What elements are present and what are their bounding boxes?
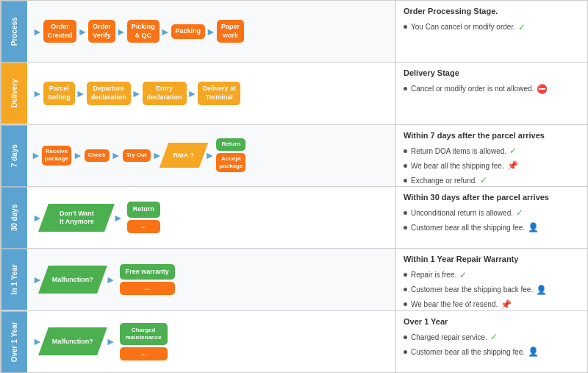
row-over1year: Over 1 Year ► Malfunction? ► Chargedmain… <box>1 311 587 372</box>
info-text-1yr3: We bear the fee of resend. <box>411 299 498 310</box>
flow-process: OrderCreated ► OrderVerify ► Picking& QC… <box>43 20 391 43</box>
row-process: Process ► OrderCreated ► OrderVerify ► P… <box>1 1 587 63</box>
info-7d-1: Return DOA items is allowed. ✓ <box>404 144 580 157</box>
diamond-malfunction-over: Malfunction? <box>38 327 107 355</box>
entry-arrow-3: ► <box>31 149 41 161</box>
info-item-d1: Cancel or modify order is not allowed. ⛔ <box>404 82 580 96</box>
arrow-4: ► <box>206 26 216 38</box>
info-1yr-3: We bear the fee of resend. 📌 <box>404 298 580 311</box>
box-ellipsis-30: ... <box>127 220 160 233</box>
info-30d-1: Unconditional return is allowed. ✓ <box>404 206 580 219</box>
row-7days: 7 days ► Receivepackage ► Check ► Try Ou… <box>1 125 587 187</box>
box-ellipsis-over: ... <box>120 347 168 360</box>
info-30d-2: Customer bear all the shipping fee. 👤 <box>404 221 580 234</box>
dont-want-label: Don't WantIt Anymore <box>59 210 93 226</box>
box-return-7: Return <box>216 138 245 150</box>
box-order-created: OrderCreated <box>43 20 77 43</box>
arrow-1yr-a: ► <box>106 274 116 285</box>
label-over1year: Over 1 Year <box>1 311 27 372</box>
arrow-1: ► <box>77 26 87 38</box>
rma-diamond: RMA ? <box>159 143 207 168</box>
diamond-dont-want: Don't WantIt Anymore <box>38 204 115 232</box>
box-entry-declaration: Entrydeclaration <box>143 82 187 104</box>
box-parcel-softing: ParcelSofting <box>43 82 75 104</box>
arrow-d3: ► <box>187 88 198 99</box>
branch-7days: Return Acceptpackage <box>216 138 245 172</box>
box-order-verify: OrderVerify <box>88 20 115 43</box>
arrow-d1: ► <box>76 88 86 99</box>
flow-delivery: ParcelSofting ► Departuredeclaration ► E… <box>43 82 391 104</box>
dot-1yr1 <box>404 273 407 277</box>
check-icon-7d3: ✓ <box>480 174 487 187</box>
dot-7d1 <box>404 149 407 153</box>
label-delivery: Delivery <box>1 63 27 124</box>
flow-1year: Malfunction? ► Free warranty ... <box>43 264 391 295</box>
dot-30d2 <box>404 226 407 230</box>
dot-7d2 <box>404 164 407 168</box>
info-text-1yr1: Repair is free. <box>411 269 456 280</box>
row-1year: In 1 Year ► Malfunction? ► Free warranty… <box>1 249 587 310</box>
content-30days: ► Don't WantIt Anymore ► Return ... <box>27 187 396 248</box>
flow-30days: Don't WantIt Anymore ► Return ... <box>43 202 391 232</box>
info-text-over2: Customer bear all the shipping fee. <box>411 347 525 358</box>
label-process: Process <box>1 1 27 62</box>
arrow-30a: ► <box>113 212 123 224</box>
content-delivery: ► ParcelSofting ► Departuredeclaration ►… <box>27 63 396 124</box>
main-diagram: Process ► OrderCreated ► OrderVerify ► P… <box>0 0 588 373</box>
branch-30days: Return ... <box>127 202 160 232</box>
label-30days: 30 days <box>1 187 27 248</box>
box-packing: Packing <box>171 24 206 39</box>
branch-over1year: Chargedmaintenance ... <box>120 323 168 360</box>
rma-diamond-container: RMA ? <box>164 143 204 168</box>
arrow-over-a: ► <box>106 335 116 347</box>
info-over-1: Charged repair service. ✓ <box>404 330 580 344</box>
stage-title-over1year: Over 1 Year <box>404 316 580 328</box>
info-text-1yr2: Customer bear the shipping back fee. <box>411 284 533 295</box>
check-icon-1yr1: ✓ <box>459 269 467 282</box>
info-over-2: Customer bear all the shipping fee. 👤 <box>404 345 580 358</box>
info-1yr-1: Repair is free. ✓ <box>404 269 580 282</box>
box-paperwork: Paperwork <box>217 20 244 43</box>
info-process: Order Processing Stage. You Can cancel o… <box>396 1 587 62</box>
person-icon-1yr2: 👤 <box>536 283 547 296</box>
pin-icon-1yr3: 📌 <box>501 298 512 311</box>
box-return-30: Return <box>127 202 160 218</box>
stage-title-process: Order Processing Stage. <box>404 5 580 18</box>
person-icon-over2: 👤 <box>528 345 539 358</box>
arrow-3: ► <box>160 26 171 38</box>
info-text-1: You Can cancel or modify order. <box>411 21 515 32</box>
content-7days: ► Receivepackage ► Check ► Try Out ► RMA… <box>27 125 396 186</box>
arrow-7a: ► <box>73 149 83 161</box>
row-30days: 30 days ► Don't WantIt Anymore ► Return … <box>1 187 587 249</box>
label-7days: 7 days <box>1 125 27 186</box>
content-1year: ► Malfunction? ► Free warranty ... <box>27 249 396 310</box>
box-charged-maintenance: Chargedmaintenance <box>120 323 168 346</box>
dot-30d1 <box>404 211 407 215</box>
dot-over1 <box>404 335 407 339</box>
info-text-7d1: Return DOA items is allowed. <box>411 146 506 157</box>
entry-arrow-1: ► <box>32 26 43 38</box>
check-icon-7d1: ✓ <box>509 144 517 157</box>
info-text-d1: Cancel or modify order is not allowed. <box>411 83 534 94</box>
info-7d-3: Exchange or refund. ✓ <box>404 174 580 187</box>
arrow-7b: ► <box>111 149 121 161</box>
info-text-30d2: Customer bear all the shipping fee. <box>411 222 525 233</box>
box-accept-pkg: Acceptpackage <box>216 153 245 173</box>
arrow-d2: ► <box>132 88 142 99</box>
box-delivery-terminal: Delivery atTerminal <box>198 82 240 104</box>
person-icon-30d2: 👤 <box>528 221 539 234</box>
stage-title-delivery: Delivery Stage <box>404 67 580 79</box>
info-text-over1: Charged repair service. <box>411 332 487 343</box>
info-1year: Within 1 Year Repair Warranty Repair is … <box>396 249 587 310</box>
stage-title-1year: Within 1 Year Repair Warranty <box>404 253 580 266</box>
pin-icon-7d2: 📌 <box>507 159 518 172</box>
info-30days: Within 30 days after the parcel arrives … <box>396 187 587 248</box>
check-icon-30d1: ✓ <box>516 206 523 219</box>
dot-over2 <box>404 350 407 354</box>
box-picking-qc: Picking& QC <box>127 20 159 43</box>
stage-title-7days: Within 7 days after the parcel arrives <box>404 129 580 142</box>
label-1year: In 1 Year <box>1 249 27 310</box>
box-departure-declaration: Departuredeclaration <box>87 82 131 104</box>
row-delivery: Delivery ► ParcelSofting ► Departuredecl… <box>1 63 587 124</box>
diamond-malfunction-1yr: Malfunction? <box>38 266 107 294</box>
